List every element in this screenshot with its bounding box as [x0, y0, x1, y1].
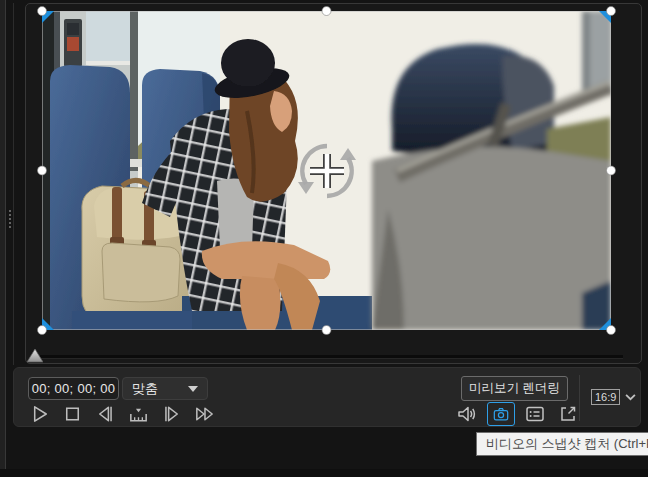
control-bar-divider [579, 375, 580, 421]
fast-forward-icon [193, 402, 216, 426]
seek-playhead[interactable] [27, 349, 43, 363]
fast-forward-button[interactable] [193, 402, 216, 426]
volume-button[interactable] [454, 402, 480, 426]
preview-render-label: 미리보기 렌더링 [469, 380, 560, 397]
volume-icon [455, 402, 479, 426]
rotate-arrowhead-right [340, 148, 356, 160]
previous-frame-button[interactable] [94, 402, 117, 426]
move-cross-icon [310, 154, 344, 188]
stop-button[interactable] [61, 402, 84, 426]
next-frame-button[interactable] [160, 402, 183, 426]
aspect-ratio-value: 16:9 [591, 389, 620, 405]
zoom-fit-value: 맞춤 [132, 380, 188, 398]
previous-frame-icon [94, 402, 117, 426]
transport-controls [28, 402, 216, 426]
dropdown-caret-icon [188, 386, 198, 392]
chevron-down-icon [625, 393, 636, 401]
timecode-value: 00; 00; 00; 00 [32, 381, 116, 396]
camera-icon [490, 404, 512, 424]
preview-render-button[interactable]: 미리보기 렌더링 [461, 376, 568, 401]
next-frame-icon [160, 402, 183, 426]
playback-control-bar: 00; 00; 00; 00 맞춤 미리보기 렌더링 [13, 367, 641, 427]
zoom-fit-dropdown[interactable]: 맞춤 [122, 377, 208, 400]
tooltip-text: 비디오의 스냅샷 캡처 (Ctrl+P) [486, 436, 648, 451]
marker-seek-button[interactable] [127, 402, 150, 426]
utility-controls [454, 401, 581, 427]
window-bottom-edge [0, 469, 648, 477]
playlist-icon [523, 402, 547, 426]
playlist-button[interactable] [522, 402, 548, 426]
snapshot-capture-button[interactable] [487, 402, 515, 426]
detach-window-button[interactable] [555, 402, 581, 426]
snapshot-tooltip: 비디오의 스냅샷 캡처 (Ctrl+P) [476, 432, 648, 456]
aspect-ratio-control[interactable]: 16:9 [591, 368, 636, 426]
rotate-arrowhead-left [298, 182, 314, 194]
ruler-marker-icon [127, 402, 150, 426]
stop-icon [61, 402, 84, 426]
side-panel-edge [0, 0, 6, 477]
play-icon [28, 402, 51, 426]
detach-window-icon [556, 402, 580, 426]
panel-divider-line [13, 3, 14, 365]
timecode-display[interactable]: 00; 00; 00; 00 [28, 377, 119, 400]
play-button[interactable] [28, 402, 51, 426]
rotate-move-handle[interactable] [294, 138, 360, 204]
seek-bar-track[interactable] [40, 355, 623, 359]
